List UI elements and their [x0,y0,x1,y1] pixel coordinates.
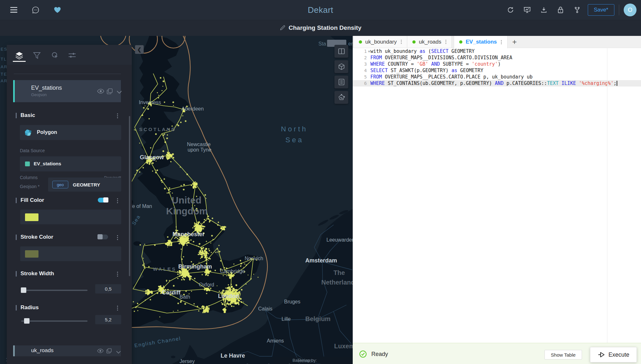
execute-label: Execute [608,352,629,358]
presentation-icon[interactable] [521,4,533,16]
section-accent [16,113,17,118]
tab-label: uk_roads [419,39,441,45]
tab-uk-boundary[interactable]: uk_boundary [353,36,407,48]
map-label: er [348,41,353,46]
avatar[interactable]: O [624,4,637,16]
tab-basemap[interactable] [66,50,78,61]
stroke-width-slider[interactable] [21,290,88,291]
geojson-field-label: Geojson * [20,184,39,189]
execute-button[interactable]: Execute [590,347,637,362]
data-source-label: Data Source [20,148,45,153]
panel-divider [14,74,121,74]
download-icon[interactable] [538,4,550,16]
map-label: Cardiff [162,289,181,296]
legend-button[interactable] [334,76,348,88]
panel-scrollbar[interactable] [129,116,130,276]
map-label: North [281,125,308,133]
layer-accent-bar [13,345,15,356]
map-label: Inverness [139,100,161,105]
tab-label: EV_stations [466,39,497,45]
layer-subtitle: Geojson [31,92,46,97]
map-label: United [172,195,201,205]
map-label: The [333,269,345,276]
code-line[interactable]: 6WHERE ST_CONTAINS(ub.GEOMETRY, p.GEOMET… [353,80,641,87]
radius-menu-icon[interactable] [115,305,120,310]
map-label: TE [1,72,7,77]
polygon-layer-icon [24,128,32,137]
tab-menu-icon[interactable] [500,39,503,45]
tab-interactions[interactable] [49,50,61,61]
stroke-width-menu-icon[interactable] [115,271,120,277]
fork-icon[interactable] [571,4,583,16]
code-line[interactable]: 4SELECT ST_ASWKT(p.GEOMETRY) as GEOMETRY [353,67,641,74]
tab-filters[interactable] [31,50,43,61]
tab-layers[interactable] [13,50,25,61]
fill-color-row[interactable] [20,210,121,224]
stroke-color-menu-icon[interactable] [115,234,120,240]
map-label: WALES [153,266,176,272]
layer-card-ev-stations[interactable]: EV_stations Geojson [13,80,121,102]
duplicate-icon[interactable] [106,348,112,355]
tab-menu-icon[interactable] [444,39,447,45]
split-map-button[interactable] [334,45,348,58]
duplicate-icon[interactable] [107,88,113,95]
map-label: Oxford [199,282,214,287]
fill-color-menu-icon[interactable] [115,197,120,203]
sql-editor-panel: uk_boundary uk_roads EV_stations + 1▼wit… [353,36,641,364]
radius-slider[interactable] [21,320,88,322]
layer-card-uk-roads[interactable]: uk_roads [13,345,121,356]
map-label: Sta [318,41,326,46]
data-source-selector[interactable]: EV_stations [20,156,121,171]
add-query-tab-button[interactable]: + [508,36,522,48]
map-label: Norwich [245,256,263,261]
code-line[interactable]: 2FROM OVERTURE_MAPS__DIVISIONS.CARTO.DIV… [353,54,641,61]
collapse-panel-button[interactable]: ❮ [135,45,144,54]
edit-pencil-icon[interactable] [280,25,285,31]
map-label: Leeuwarden [326,237,353,243]
geojson-field-selector[interactable]: geo GEOMETRY [48,178,121,192]
fill-color-swatch[interactable] [25,213,38,221]
tab-ev-stations[interactable]: EV_stations [454,36,507,48]
code-line[interactable]: 3WHERE COUNTRY = 'GB' AND SUBTYPE = 'cou… [353,61,641,67]
stroke-width-handle[interactable] [21,287,26,293]
basic-menu-icon[interactable] [115,112,120,118]
query-tabbar: uk_boundary uk_roads EV_stations + [353,36,641,48]
chevron-down-icon[interactable] [117,89,122,95]
eye-icon[interactable] [97,89,104,95]
tab-uk-roads[interactable]: uk_roads [407,36,452,48]
save-button[interactable]: Save* [588,4,614,16]
geo-type-badge: geo [52,181,68,188]
radius-handle[interactable] [24,318,30,324]
code-line[interactable]: 5FROM OVERTURE_MAPS__PLACES.CARTO.PLACE … [353,74,641,80]
code-line[interactable]: 1▼with uk_boundary as (SELECT GEOMETRY [353,48,641,54]
report-title[interactable]: Charging Station Density [289,24,361,31]
layer-type-selector[interactable]: Polygon [20,125,121,140]
print-margin-line [607,48,607,343]
map-label: TL [1,57,7,62]
tab-menu-icon[interactable] [400,39,402,45]
map-label: Bruges [284,299,300,304]
radius-label: Radius [21,304,39,311]
refresh-icon[interactable] [504,4,517,16]
stroke-width-value[interactable]: 0,5 [95,284,121,294]
header-bar: Dekart Save* O [0,0,641,20]
chevron-down-icon[interactable] [116,349,121,355]
draw-polygon-button[interactable] [334,91,348,104]
fill-color-toggle[interactable] [98,198,108,203]
show-table-button[interactable]: Show Table [544,350,582,360]
stroke-color-swatch[interactable] [25,250,38,258]
stroke-color-toggle[interactable] [98,235,108,239]
lock-icon[interactable] [554,4,567,16]
eye-icon[interactable] [97,349,104,354]
map-label: Jersey [180,359,195,364]
sql-code-area[interactable]: 1▼with uk_boundary as (SELECT GEOMETRY2F… [353,48,641,343]
layer-type-label: Polygon [37,129,57,135]
radius-value[interactable]: 5,2 [95,315,121,324]
stroke-color-row[interactable] [20,246,121,261]
ready-label: Ready [371,351,388,358]
3d-view-button[interactable] [334,60,348,73]
dekart-app: Dekart Save* O Charging Station Densit [0,0,641,364]
execute-play-icon [597,351,605,358]
section-accent [16,198,17,203]
map-label: Aberdeen [181,106,204,112]
